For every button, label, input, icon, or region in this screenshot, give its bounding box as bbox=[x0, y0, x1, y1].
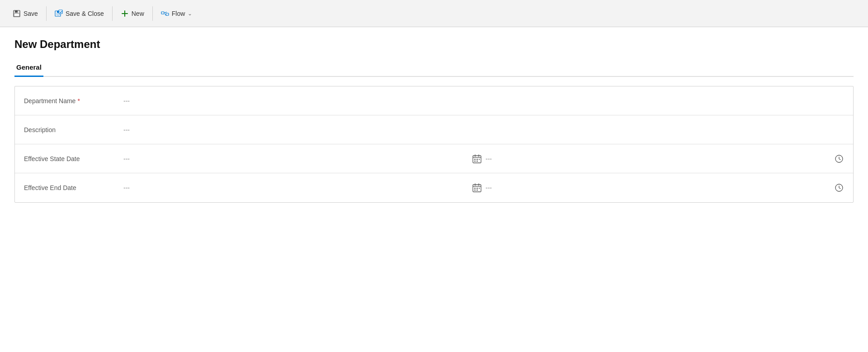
svg-rect-10 bbox=[474, 159, 476, 160]
flow-icon bbox=[161, 10, 169, 18]
effective-end-date-input: --- bbox=[123, 184, 472, 191]
svg-rect-12 bbox=[479, 159, 480, 160]
save-close-label: Save & Close bbox=[66, 10, 104, 17]
tab-bar: General bbox=[14, 60, 854, 77]
save-close-button[interactable]: Save & Close bbox=[47, 0, 111, 27]
effective-end-date-content: --- --- bbox=[123, 183, 844, 193]
form-section: Department Name * --- Description --- Ef… bbox=[14, 86, 854, 203]
field-row-effective-end-date: Effective End Date --- bbox=[15, 173, 853, 202]
flow-label: Flow bbox=[172, 10, 185, 17]
svg-rect-2 bbox=[14, 14, 19, 16]
save-icon bbox=[13, 10, 21, 18]
toolbar-divider-3 bbox=[152, 6, 153, 21]
flow-chevron-icon: ⌄ bbox=[188, 10, 192, 17]
svg-rect-17 bbox=[474, 188, 476, 189]
effective-end-date-calendar-icon[interactable] bbox=[472, 183, 482, 193]
effective-state-date-label: Effective State Date bbox=[24, 155, 123, 162]
svg-rect-13 bbox=[474, 161, 476, 162]
department-name-value[interactable]: --- bbox=[123, 97, 844, 105]
svg-rect-21 bbox=[476, 190, 478, 190]
page-content: New Department General Department Name *… bbox=[0, 27, 868, 214]
svg-rect-7 bbox=[161, 12, 164, 14]
effective-end-date-label: Effective End Date bbox=[24, 184, 123, 191]
svg-rect-20 bbox=[474, 190, 476, 190]
description-value[interactable]: --- bbox=[123, 126, 844, 133]
effective-state-date-time-icon[interactable] bbox=[834, 154, 844, 164]
svg-rect-19 bbox=[479, 188, 480, 189]
field-row-department-name: Department Name * --- bbox=[15, 86, 853, 115]
plus-icon bbox=[121, 10, 129, 18]
effective-state-time-value[interactable]: --- bbox=[486, 155, 834, 162]
save-label: Save bbox=[24, 10, 38, 17]
field-row-effective-state-date: Effective State Date --- bbox=[15, 144, 853, 173]
flow-button[interactable]: Flow ⌄ bbox=[154, 0, 200, 27]
effective-state-date-content: --- --- bbox=[123, 154, 844, 164]
svg-rect-1 bbox=[15, 10, 18, 13]
svg-rect-18 bbox=[476, 188, 478, 189]
effective-state-date-input: --- bbox=[123, 155, 472, 162]
effective-end-time-value[interactable]: --- bbox=[486, 184, 834, 191]
effective-end-date-time-icon[interactable] bbox=[834, 183, 844, 193]
toolbar: Save Save & Close New Flow ⌄ bbox=[0, 0, 868, 27]
svg-rect-14 bbox=[476, 161, 478, 162]
toolbar-divider-1 bbox=[46, 6, 47, 21]
description-label: Description bbox=[24, 126, 123, 133]
department-name-label: Department Name * bbox=[24, 97, 123, 105]
toolbar-divider-2 bbox=[112, 6, 113, 21]
effective-state-date-value[interactable]: --- bbox=[123, 155, 472, 162]
effective-end-date-value[interactable]: --- bbox=[123, 184, 472, 191]
new-button[interactable]: New bbox=[113, 0, 151, 27]
new-label: New bbox=[132, 10, 144, 17]
effective-state-date-calendar-icon[interactable] bbox=[472, 154, 482, 164]
page-title: New Department bbox=[14, 38, 854, 51]
required-star: * bbox=[77, 97, 80, 105]
field-row-description: Description --- bbox=[15, 115, 853, 144]
save-close-icon bbox=[55, 10, 63, 18]
tab-general[interactable]: General bbox=[14, 60, 43, 77]
save-button[interactable]: Save bbox=[5, 0, 45, 27]
svg-rect-11 bbox=[476, 159, 478, 160]
